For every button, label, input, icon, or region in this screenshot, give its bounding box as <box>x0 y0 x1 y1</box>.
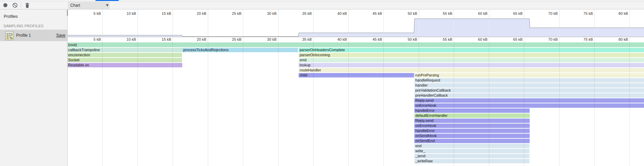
svg-text:%: % <box>10 36 13 40</box>
